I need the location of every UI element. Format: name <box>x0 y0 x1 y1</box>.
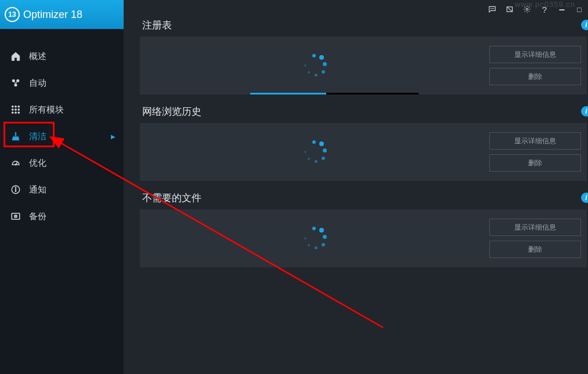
section-title: 注册表 <box>142 19 172 32</box>
home-icon <box>10 51 21 61</box>
section-title: 网络浏览历史 <box>142 105 201 118</box>
svg-rect-15 <box>15 187 16 188</box>
sidebar-item-label: 清洁 <box>29 131 46 142</box>
panel-body <box>140 37 489 95</box>
brand-title: Optimizer 18 <box>23 9 82 21</box>
feedback-button[interactable] <box>484 1 501 18</box>
progress-fill <box>250 93 326 95</box>
app-window: 13 Optimizer 18 概述 自动 所有模块 <box>0 0 588 374</box>
maximize-button[interactable]: □ <box>571 1 588 18</box>
svg-point-9 <box>12 112 13 114</box>
svg-point-3 <box>12 106 13 107</box>
details-button[interactable]: 显示详细信息 <box>489 219 581 236</box>
panel-body <box>140 209 489 267</box>
panel-registry: 显示详细信息 删除 <box>140 37 587 95</box>
backup-icon <box>10 211 21 222</box>
svg-point-20 <box>492 8 492 9</box>
delete-button[interactable]: 删除 <box>489 241 581 258</box>
info-badge-icon[interactable]: i <box>581 106 588 117</box>
news-button[interactable] <box>501 1 518 18</box>
sidebar: 13 Optimizer 18 概述 自动 所有模块 <box>0 0 124 374</box>
panel-actions: 显示详细信息 删除 <box>489 123 587 181</box>
svg-point-19 <box>490 8 491 9</box>
titlebar: ? – □ <box>484 0 588 19</box>
section-history: 网络浏览历史 i 显示详细信息 删除 <box>140 105 587 181</box>
section-header: 网络浏览历史 i <box>140 105 587 118</box>
spinner-icon <box>302 139 327 165</box>
delete-button[interactable]: 删除 <box>489 68 581 85</box>
svg-point-4 <box>15 106 17 107</box>
nav-list: 概述 自动 所有模块 清洁 ▶ <box>0 29 124 230</box>
gauge-icon <box>10 158 21 168</box>
details-button[interactable]: 显示详细信息 <box>489 46 581 63</box>
settings-button[interactable] <box>518 1 536 18</box>
info-badge-icon[interactable]: i <box>581 193 588 203</box>
section-registry: 注册表 i <box>140 19 587 95</box>
main-content: 注册表 i <box>124 0 588 374</box>
sidebar-item-notify[interactable]: 通知 <box>0 176 124 203</box>
section-files: 不需要的文件 i 显示详细信息 删除 <box>140 191 587 267</box>
sidebar-item-optimize[interactable]: 优化 <box>0 150 124 176</box>
auto-icon <box>10 78 21 88</box>
sidebar-item-label: 优化 <box>29 158 46 169</box>
panel-body <box>140 123 489 181</box>
section-header: 不需要的文件 i <box>140 191 587 205</box>
brand-logo-icon: 13 <box>5 7 20 22</box>
panel-actions: 显示详细信息 删除 <box>489 37 587 95</box>
svg-point-8 <box>18 109 20 111</box>
svg-point-21 <box>493 8 494 9</box>
minimize-button[interactable]: – <box>553 1 571 18</box>
progress-bar <box>250 93 419 95</box>
svg-point-12 <box>15 164 16 165</box>
svg-point-22 <box>526 8 528 10</box>
chevron-right-icon: ▶ <box>111 133 116 140</box>
help-button[interactable]: ? <box>536 1 553 18</box>
section-header: 注册表 i <box>140 19 587 32</box>
sidebar-item-label: 通知 <box>29 184 46 195</box>
details-button[interactable]: 显示详细信息 <box>489 132 581 150</box>
panel-history: 显示详细信息 删除 <box>140 123 587 181</box>
panel-files: 显示详细信息 删除 <box>140 209 587 267</box>
svg-rect-14 <box>15 189 16 192</box>
brand-header: 13 Optimizer 18 <box>0 0 124 29</box>
sidebar-item-label: 备份 <box>29 211 46 222</box>
sidebar-item-backup[interactable]: 备份 <box>0 203 124 230</box>
info-icon <box>10 184 21 195</box>
sidebar-item-label: 自动 <box>29 78 46 89</box>
sidebar-item-label: 概述 <box>29 51 46 62</box>
sidebar-item-label: 所有模块 <box>29 104 64 115</box>
section-title: 不需要的文件 <box>142 191 201 205</box>
broom-icon <box>10 131 21 141</box>
svg-point-10 <box>15 112 17 114</box>
svg-point-6 <box>12 109 13 111</box>
delete-button[interactable]: 删除 <box>489 154 581 172</box>
svg-point-18 <box>15 216 16 217</box>
spinner-icon <box>302 53 327 78</box>
grid-icon <box>10 104 21 115</box>
panel-actions: 显示详细信息 删除 <box>489 209 587 267</box>
svg-point-5 <box>18 106 20 107</box>
sidebar-item-overview[interactable]: 概述 <box>0 43 124 70</box>
sidebar-item-auto[interactable]: 自动 <box>0 70 124 96</box>
spinner-icon <box>302 226 327 251</box>
sidebar-item-clean[interactable]: 清洁 ▶ <box>0 123 124 150</box>
info-badge-icon[interactable]: i <box>581 20 588 30</box>
svg-point-7 <box>15 109 17 111</box>
sidebar-item-modules[interactable]: 所有模块 <box>0 96 124 123</box>
svg-point-11 <box>18 112 20 114</box>
